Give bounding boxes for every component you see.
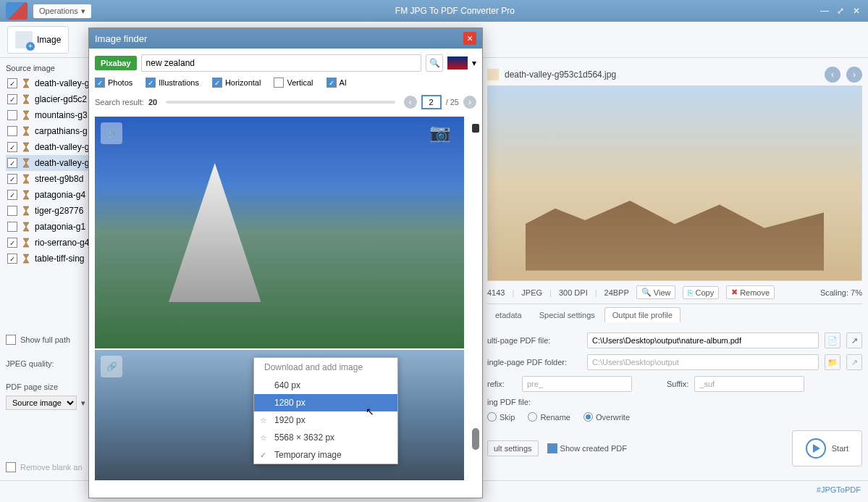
file-name: death-valley-g — [35, 142, 89, 152]
start-button[interactable]: Start — [792, 430, 862, 467]
copy-icon: ⎘ — [688, 288, 693, 297]
file-checkbox[interactable] — [7, 142, 17, 152]
add-image-button[interactable]: Image — [7, 26, 69, 54]
prev-image-button[interactable]: ‹ — [825, 67, 840, 83]
minimize-button[interactable]: — — [819, 5, 830, 17]
file-checkbox[interactable] — [7, 110, 17, 120]
show-full-path-label: Show full path — [20, 335, 70, 344]
open-icon-button[interactable]: ↗ — [846, 332, 862, 348]
file-checkbox[interactable] — [7, 190, 17, 200]
context-menu-item[interactable]: 640 px — [254, 377, 397, 394]
language-flag[interactable] — [447, 57, 468, 70]
prefix-input[interactable] — [522, 376, 632, 392]
file-name: patagonia-g4 — [35, 190, 85, 200]
horizontal-checkbox[interactable] — [212, 78, 222, 88]
file-name: table-tiff-sing — [35, 254, 84, 264]
file-checkbox[interactable] — [7, 222, 17, 232]
dpi-value: 300 DPI — [559, 288, 588, 297]
play-icon — [806, 438, 826, 459]
size-select[interactable]: Source image — [6, 396, 77, 410]
pdf-icon-button[interactable]: 📄 — [825, 332, 840, 348]
remove-blank-label: Remove blank an — [20, 463, 83, 472]
page-prev-button[interactable]: ‹ — [404, 96, 417, 109]
default-settings-button[interactable]: ult settings — [487, 440, 539, 456]
vertical-checkbox[interactable] — [274, 78, 284, 88]
hourglass-icon — [22, 254, 30, 264]
multipage-path-input[interactable] — [587, 332, 819, 348]
file-checkbox[interactable] — [7, 174, 17, 184]
open2-icon-button[interactable]: ↗ — [846, 354, 862, 370]
singlepage-path-input[interactable] — [587, 354, 819, 370]
window-controls: — ⤢ ✕ — [819, 5, 862, 17]
file-checkbox[interactable] — [7, 78, 17, 88]
copy-button[interactable]: ⎘Copy — [683, 286, 719, 299]
dialog-title: Image finder — [95, 33, 147, 44]
show-created-checkbox[interactable] — [547, 443, 557, 453]
rename-radio[interactable] — [528, 412, 537, 422]
prefix-label: refix: — [487, 380, 516, 388]
context-menu-item[interactable]: ☆1920 px — [254, 411, 397, 429]
folder-icon-button[interactable]: 📁 — [825, 354, 840, 370]
hourglass-icon — [22, 142, 30, 152]
page-next-button[interactable]: › — [463, 96, 476, 109]
overwrite-radio[interactable] — [583, 412, 593, 422]
show-full-path-checkbox[interactable] — [6, 335, 16, 345]
footer-hashtag[interactable]: #JPGToPDF — [817, 485, 861, 494]
temporary-image-item[interactable]: ✓ Temporary image — [254, 446, 397, 464]
search-button[interactable]: 🔍 — [426, 54, 443, 72]
hourglass-icon — [22, 190, 30, 200]
camera-icon: 📷 — [429, 122, 458, 144]
search-input[interactable] — [141, 54, 421, 72]
hourglass-icon — [22, 174, 30, 184]
tab-output[interactable]: Output file profile — [604, 307, 681, 322]
photos-checkbox[interactable] — [95, 78, 105, 88]
result-image-1[interactable]: 🔗 📷 — [95, 117, 464, 348]
file-checkbox[interactable] — [7, 94, 17, 104]
operations-dropdown[interactable]: Operations ▾ — [33, 4, 91, 18]
file-checkbox[interactable] — [7, 158, 17, 168]
file-icon — [487, 69, 499, 80]
remove-icon: ✖ — [731, 288, 738, 297]
skip-radio[interactable] — [487, 412, 497, 422]
remove-button[interactable]: ✖Remove — [726, 285, 775, 299]
file-checkbox[interactable] — [7, 126, 17, 136]
chevron-down-icon: ▾ — [81, 7, 85, 16]
image-plus-icon — [15, 31, 33, 49]
link-icon[interactable]: 🔗 — [101, 122, 122, 144]
illustrations-checkbox[interactable] — [146, 78, 156, 88]
provider-badge[interactable]: Pixabay — [95, 56, 137, 70]
file-checkbox[interactable] — [7, 254, 17, 264]
dialog-title-bar: Image finder × — [89, 28, 482, 49]
tab-metadata[interactable]: etadata — [487, 307, 530, 322]
suffix-input[interactable] — [694, 376, 804, 392]
maximize-button[interactable]: ⤢ — [835, 5, 846, 17]
chevron-down-icon: ▾ — [81, 398, 85, 408]
context-menu-item[interactable]: 1280 px — [254, 394, 397, 411]
page-input[interactable] — [421, 95, 442, 109]
file-name: patagonia-g1 — [35, 222, 85, 232]
result-slider[interactable] — [166, 101, 395, 104]
search-result-label: Search result: — [95, 98, 144, 106]
chevron-down-icon[interactable]: ▾ — [472, 58, 476, 68]
dialog-close-button[interactable]: × — [463, 32, 476, 45]
download-context-menu: Download and add image 640 px1280 px☆192… — [253, 357, 398, 464]
ai-checkbox[interactable] — [326, 78, 337, 88]
tab-special[interactable]: Special settings — [531, 307, 603, 322]
link-icon[interactable]: 🔗 — [101, 356, 122, 377]
hourglass-icon — [22, 238, 30, 248]
close-button[interactable]: ✕ — [851, 5, 862, 17]
file-checkbox[interactable] — [7, 206, 17, 216]
hourglass-icon — [22, 78, 30, 88]
magnifier-icon: 🔍 — [641, 288, 652, 297]
right-panel: death-valley-g953c1d564.jpg ‹ › 4143| JP… — [481, 58, 868, 480]
dialog-scrollbar[interactable] — [471, 117, 481, 498]
bpp-value: 24BPP — [604, 288, 629, 297]
context-menu-item[interactable]: ☆5568 × 3632 px — [254, 429, 397, 446]
format-value: JPEG — [521, 288, 542, 297]
bottom-right-row: ult settings Show created PDF Start — [487, 424, 862, 472]
info-bar: 4143| JPEG| 300 DPI| 24BPP 🔍View ⎘Copy ✖… — [487, 281, 862, 304]
file-checkbox[interactable] — [7, 238, 17, 248]
remove-blank-checkbox[interactable] — [6, 462, 16, 472]
view-button[interactable]: 🔍View — [636, 285, 676, 299]
next-image-button[interactable]: › — [846, 67, 862, 83]
